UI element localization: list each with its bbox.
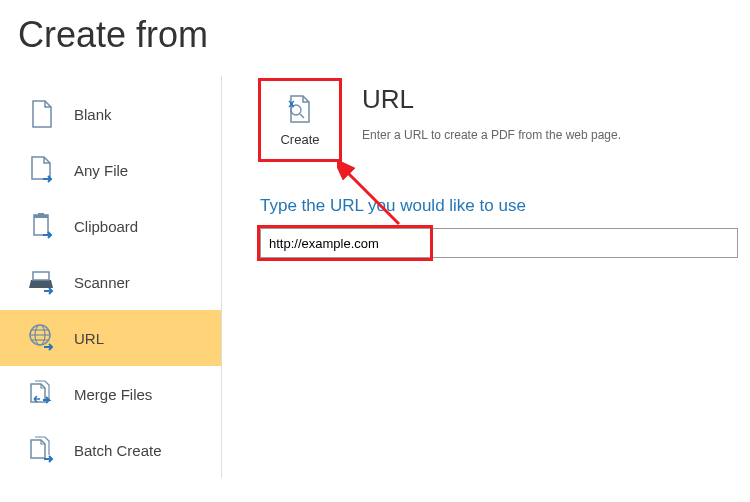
sidebar-item-batch[interactable]: Batch Create bbox=[0, 422, 221, 478]
sidebar-item-label: URL bbox=[74, 330, 104, 347]
globe-icon bbox=[28, 324, 56, 352]
sidebar-item-label: Blank bbox=[74, 106, 112, 123]
url-input[interactable] bbox=[260, 228, 738, 258]
blank-file-icon bbox=[28, 100, 56, 128]
sidebar-item-label: Scanner bbox=[74, 274, 130, 291]
batch-create-icon bbox=[28, 436, 56, 464]
page-title: Create from bbox=[0, 0, 750, 76]
sidebar: Blank Any File Clipboard Scanner URL bbox=[0, 76, 222, 478]
svg-rect-3 bbox=[33, 272, 49, 280]
main-panel: Create URL Enter a URL to create a PDF f… bbox=[222, 76, 750, 478]
svg-rect-2 bbox=[34, 215, 48, 218]
create-document-icon bbox=[287, 94, 313, 124]
input-prompt: Type the URL you would like to use bbox=[260, 196, 526, 216]
create-button[interactable]: Create bbox=[258, 78, 342, 162]
sidebar-item-blank[interactable]: Blank bbox=[0, 86, 221, 142]
sidebar-item-label: Any File bbox=[74, 162, 128, 179]
any-file-icon bbox=[28, 156, 56, 184]
merge-files-icon bbox=[28, 380, 56, 408]
sidebar-item-any-file[interactable]: Any File bbox=[0, 142, 221, 198]
section-title: URL bbox=[362, 84, 414, 115]
sidebar-item-label: Batch Create bbox=[74, 442, 162, 459]
sidebar-item-label: Clipboard bbox=[74, 218, 138, 235]
sidebar-item-merge[interactable]: Merge Files bbox=[0, 366, 221, 422]
clipboard-icon bbox=[28, 212, 56, 240]
create-button-label: Create bbox=[280, 132, 319, 147]
scanner-icon bbox=[28, 268, 56, 296]
sidebar-item-url[interactable]: URL bbox=[0, 310, 221, 366]
sidebar-item-scanner[interactable]: Scanner bbox=[0, 254, 221, 310]
sidebar-item-clipboard[interactable]: Clipboard bbox=[0, 198, 221, 254]
sidebar-item-label: Merge Files bbox=[74, 386, 152, 403]
section-description: Enter a URL to create a PDF from the web… bbox=[362, 128, 621, 142]
